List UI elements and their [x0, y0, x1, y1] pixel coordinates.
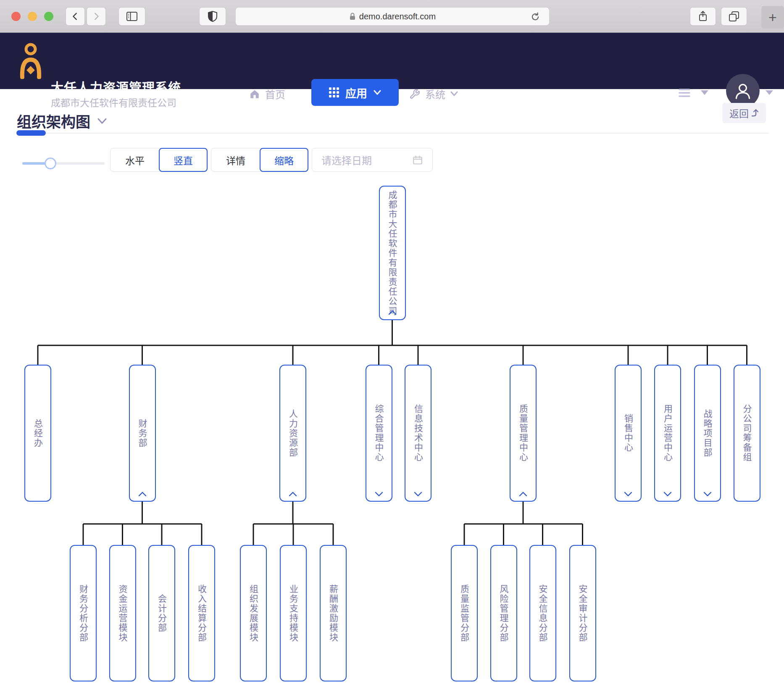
org-node[interactable]: 成都市大任软件有限责任公司: [379, 186, 406, 320]
org-node-label: 信息技术中心: [414, 404, 423, 462]
expand-arrow-icon[interactable]: [375, 492, 383, 497]
org-node[interactable]: 人力资源部: [279, 365, 306, 502]
org-node-label: 安全审计分部: [578, 584, 587, 642]
org-node-label: 质量管理中心: [519, 404, 528, 462]
expand-arrow-icon[interactable]: [414, 492, 422, 497]
org-node[interactable]: 信息技术中心: [405, 365, 431, 502]
org-node-label: 成都市大任软件有限责任公司: [388, 190, 397, 316]
org-node-label: 资金运营模块: [118, 584, 127, 642]
org-node-label: 安全信息分部: [538, 584, 547, 642]
collapse-arrow-icon[interactable]: [519, 492, 527, 497]
expand-arrow-icon[interactable]: [624, 492, 632, 497]
org-node[interactable]: 安全信息分部: [529, 545, 556, 681]
collapse-arrow-icon[interactable]: [138, 492, 147, 497]
org-node-label: 人力资源部: [289, 409, 297, 458]
collapse-arrow-icon[interactable]: [289, 492, 297, 497]
org-node[interactable]: 安全审计分部: [569, 545, 596, 681]
org-node-label: 质量监管分部: [460, 584, 469, 642]
org-node[interactable]: 资金运营模块: [109, 545, 136, 681]
org-node[interactable]: 用户运营中心: [654, 365, 681, 502]
org-node-label: 收入结算分部: [197, 584, 206, 642]
org-node[interactable]: 质量管理中心: [510, 365, 537, 502]
expand-arrow-icon[interactable]: [663, 492, 672, 497]
org-node-label: 财务部: [138, 419, 147, 448]
collapse-arrow-icon[interactable]: [388, 310, 397, 315]
org-node-label: 战略项目部: [703, 409, 712, 458]
org-node[interactable]: 销售中心: [615, 365, 642, 502]
orientation-vertical-button[interactable]: 竖直: [159, 148, 208, 172]
org-node-label: 财务分析分部: [79, 584, 88, 642]
org-node-label: 总经办: [34, 419, 42, 448]
org-node[interactable]: 会计分部: [148, 545, 175, 681]
org-node[interactable]: 组织发展模块: [240, 545, 267, 681]
org-node[interactable]: 财务部: [129, 365, 156, 502]
org-node-label: 综合管理中心: [374, 404, 383, 462]
org-node-label: 用户运营中心: [663, 404, 672, 462]
mode-brief-button[interactable]: 缩略: [260, 148, 308, 172]
org-node[interactable]: 业务支持模块: [280, 545, 307, 681]
org-node-label: 组织发展模块: [249, 584, 258, 642]
org-node[interactable]: 收入结算分部: [188, 545, 215, 681]
org-node[interactable]: 分公司筹备组: [734, 365, 760, 502]
org-node-label: 会计分部: [158, 594, 166, 633]
org-node-label: 销售中心: [624, 414, 633, 452]
org-node-label: 分公司筹备组: [742, 404, 751, 462]
org-node[interactable]: 质量监管分部: [451, 545, 478, 681]
org-node[interactable]: 风险管理分部: [490, 545, 517, 681]
org-node[interactable]: 财务分析分部: [70, 545, 97, 681]
browser-window: demo.darensoft.com + 大任人力资源管: [0, 0, 784, 684]
org-node[interactable]: 战略项目部: [694, 365, 721, 502]
org-node-label: 风险管理分部: [499, 584, 508, 642]
org-node-label: 薪酬激励模块: [329, 584, 338, 642]
org-node[interactable]: 总经办: [24, 365, 51, 502]
org-chart: 成都市大任软件有限责任公司总经办财务部财务分析分部资金运营模块会计分部收入结算分…: [0, 0, 784, 684]
org-node-label: 业务支持模块: [289, 584, 298, 642]
org-node[interactable]: 薪酬激励模块: [320, 545, 347, 681]
org-node[interactable]: 综合管理中心: [366, 365, 392, 502]
expand-arrow-icon[interactable]: [703, 492, 712, 497]
